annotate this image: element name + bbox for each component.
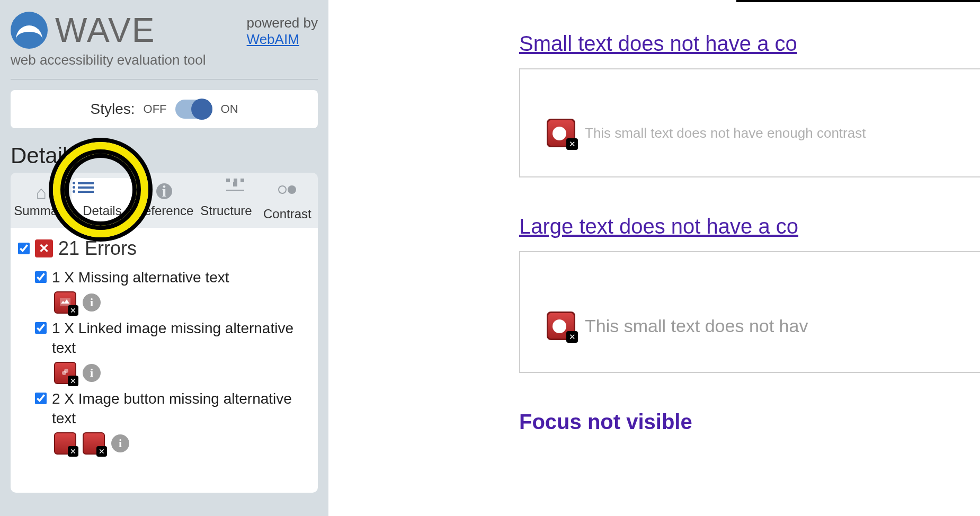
toggle-off-label: OFF [144,102,167,116]
tab-structure[interactable]: Structure [195,178,256,228]
image-button-alt-icon[interactable]: ✕ [83,432,105,455]
tab-contrast[interactable]: Contrast [257,178,318,228]
contrast-error-icon[interactable]: ✕ [547,312,575,340]
contrast-icon [259,185,316,203]
contrast-error-icon[interactable]: ✕ [547,119,575,147]
tab-details[interactable]: Details [72,178,132,228]
webaim-link[interactable]: WebAIM [247,31,299,47]
missing-alt-icon[interactable]: ✕ [54,291,76,314]
wave-logo-text: WAVE [55,11,155,50]
linked-image-alt-icon[interactable]: ✕ [54,362,76,384]
page-preview: Small text does not have a co ✕ This sma… [328,0,980,516]
styles-toggle[interactable] [175,100,212,119]
details-heading: Details [11,143,318,168]
issue-checkbox[interactable] [35,322,47,334]
large-text-contrast-heading[interactable]: Large text does not have a co [519,215,980,238]
powered-by: powered by WebAIM [247,15,318,48]
tab-summary[interactable]: Summary [11,178,72,228]
info-icon [135,182,194,200]
focus-not-visible-heading[interactable]: Focus not visible [519,410,980,434]
issue-info-icon[interactable]: i [83,293,101,312]
home-icon [13,182,69,200]
image-button-alt-icon[interactable]: ✕ [54,432,76,455]
sidebar-header: WAVE web accessibility evaluation tool p… [11,11,318,75]
wave-sidebar: WAVE web accessibility evaluation tool p… [0,0,328,516]
issue-linked-image-alt: 1 X Linked image missing alternative tex… [35,319,310,384]
large-contrast-text: This small text does not hav [585,316,808,336]
tagline: web accessibility evaluation tool [11,52,206,68]
wave-logo-icon [11,12,48,49]
issue-checkbox[interactable] [35,393,47,404]
errors-count-label: 21 Errors [58,237,137,260]
issue-image-button-alt: 2 X Image button missing alternative tex… [35,389,310,455]
tree-icon [198,182,254,200]
issue-info-icon[interactable]: i [111,434,129,452]
toggle-on-label: ON [221,102,238,116]
issue-missing-alt: 1 X Missing alternative text ✕ i [35,268,310,314]
large-text-contrast-example: ✕ This small text does not hav [519,251,980,373]
errors-category-row: ✕ 21 Errors [18,237,310,260]
styles-toggle-box: Styles: OFF ON [11,90,318,128]
top-bar [736,0,980,2]
error-badge-icon: ✕ [35,239,53,257]
issue-checkbox[interactable] [35,271,47,283]
divider [11,79,318,79]
tab-reference[interactable]: Reference [133,178,196,228]
small-text-contrast-heading[interactable]: Small text does not have a co [519,32,980,56]
tab-bar: Summary Details Reference Structure Cont… [11,173,318,228]
errors-category-checkbox[interactable] [18,243,30,254]
details-content: ✕ 21 Errors 1 X Missing alternative text… [11,228,318,493]
issue-info-icon[interactable]: i [83,364,101,382]
small-text-contrast-example: ✕ This small text does not have enough c… [519,68,980,177]
small-contrast-text: This small text does not have enough con… [585,125,866,141]
styles-label: Styles: [90,101,135,118]
logo-group: WAVE web accessibility evaluation tool [11,11,206,68]
list-icon [74,182,130,200]
